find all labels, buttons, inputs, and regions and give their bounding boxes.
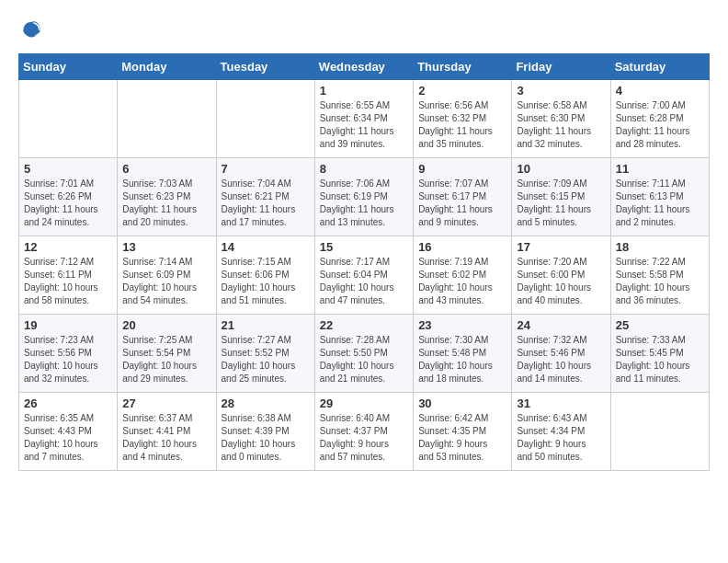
page-header (18, 18, 710, 44)
calendar-day-cell: 11Sunrise: 7:11 AMSunset: 6:13 PMDayligh… (610, 158, 709, 236)
calendar-day-cell: 13Sunrise: 7:14 AMSunset: 6:09 PMDayligh… (118, 236, 216, 315)
calendar-day-cell: 1Sunrise: 6:55 AMSunset: 6:34 PMDaylight… (314, 80, 413, 158)
day-number: 14 (222, 240, 310, 254)
day-info: Sunrise: 7:03 AMSunset: 6:23 PMDaylight:… (122, 178, 210, 229)
day-number: 24 (517, 318, 605, 332)
day-info: Sunrise: 7:28 AMSunset: 5:50 PMDaylight:… (320, 334, 408, 385)
calendar-table: SundayMondayTuesdayWednesdayThursdayFrid… (18, 53, 710, 471)
day-number: 16 (418, 240, 506, 254)
calendar-header-row: SundayMondayTuesdayWednesdayThursdayFrid… (19, 54, 710, 80)
calendar-day-cell: 31Sunrise: 6:43 AMSunset: 4:34 PMDayligh… (512, 393, 610, 471)
calendar-day-cell: 30Sunrise: 6:42 AMSunset: 4:35 PMDayligh… (414, 393, 512, 471)
calendar-day-cell: 20Sunrise: 7:25 AMSunset: 5:54 PMDayligh… (118, 315, 216, 393)
day-of-week-header: Wednesday (314, 54, 413, 80)
day-number: 25 (616, 318, 704, 332)
day-info: Sunrise: 6:56 AMSunset: 6:32 PMDaylight:… (418, 99, 506, 151)
day-number: 15 (320, 240, 408, 254)
calendar-day-cell (118, 80, 216, 158)
day-number: 20 (122, 318, 210, 332)
day-number: 23 (418, 318, 506, 332)
day-info: Sunrise: 7:25 AMSunset: 5:54 PMDaylight:… (122, 334, 210, 385)
day-number: 26 (24, 396, 112, 410)
calendar-day-cell: 19Sunrise: 7:23 AMSunset: 5:56 PMDayligh… (19, 315, 118, 393)
day-info: Sunrise: 6:58 AMSunset: 6:30 PMDaylight:… (517, 99, 605, 151)
calendar-week-row: 5Sunrise: 7:01 AMSunset: 6:26 PMDaylight… (19, 158, 710, 236)
day-number: 1 (320, 84, 408, 98)
day-info: Sunrise: 6:42 AMSunset: 4:35 PMDaylight:… (418, 412, 506, 464)
day-info: Sunrise: 6:35 AMSunset: 4:43 PMDaylight:… (24, 412, 112, 464)
day-number: 29 (320, 396, 408, 410)
day-info: Sunrise: 7:06 AMSunset: 6:19 PMDaylight:… (320, 178, 408, 229)
calendar-day-cell (610, 393, 709, 471)
calendar-day-cell: 14Sunrise: 7:15 AMSunset: 6:06 PMDayligh… (216, 236, 314, 315)
day-info: Sunrise: 7:27 AMSunset: 5:52 PMDaylight:… (222, 334, 310, 385)
calendar-week-row: 1Sunrise: 6:55 AMSunset: 6:34 PMDaylight… (19, 80, 710, 158)
day-number: 6 (122, 162, 210, 176)
day-number: 5 (24, 162, 112, 176)
day-number: 2 (418, 84, 506, 98)
calendar-day-cell: 7Sunrise: 7:04 AMSunset: 6:21 PMDaylight… (216, 158, 314, 236)
day-info: Sunrise: 7:20 AMSunset: 6:00 PMDaylight:… (517, 256, 605, 307)
day-info: Sunrise: 7:14 AMSunset: 6:09 PMDaylight:… (122, 256, 210, 307)
logo (18, 18, 42, 44)
day-info: Sunrise: 7:11 AMSunset: 6:13 PMDaylight:… (616, 178, 704, 229)
calendar-day-cell: 28Sunrise: 6:38 AMSunset: 4:39 PMDayligh… (216, 393, 314, 471)
day-of-week-header: Monday (118, 54, 216, 80)
day-info: Sunrise: 7:09 AMSunset: 6:15 PMDaylight:… (517, 178, 605, 229)
day-info: Sunrise: 7:30 AMSunset: 5:48 PMDaylight:… (418, 334, 506, 385)
day-info: Sunrise: 7:01 AMSunset: 6:26 PMDaylight:… (24, 178, 112, 229)
logo-icon (20, 18, 42, 40)
day-number: 3 (517, 84, 605, 98)
day-info: Sunrise: 7:17 AMSunset: 6:04 PMDaylight:… (320, 256, 408, 307)
calendar-day-cell: 16Sunrise: 7:19 AMSunset: 6:02 PMDayligh… (414, 236, 512, 315)
day-number: 30 (418, 396, 506, 410)
day-number: 18 (616, 240, 704, 254)
calendar-day-cell: 29Sunrise: 6:40 AMSunset: 4:37 PMDayligh… (314, 393, 413, 471)
day-number: 4 (616, 84, 704, 98)
day-of-week-header: Friday (512, 54, 610, 80)
calendar-day-cell: 4Sunrise: 7:00 AMSunset: 6:28 PMDaylight… (610, 80, 709, 158)
calendar-day-cell: 17Sunrise: 7:20 AMSunset: 6:00 PMDayligh… (512, 236, 610, 315)
day-info: Sunrise: 7:04 AMSunset: 6:21 PMDaylight:… (222, 178, 310, 229)
day-info: Sunrise: 7:19 AMSunset: 6:02 PMDaylight:… (418, 256, 506, 307)
calendar-day-cell: 22Sunrise: 7:28 AMSunset: 5:50 PMDayligh… (314, 315, 413, 393)
day-number: 31 (517, 396, 605, 410)
calendar-day-cell: 12Sunrise: 7:12 AMSunset: 6:11 PMDayligh… (19, 236, 118, 315)
calendar-day-cell: 26Sunrise: 6:35 AMSunset: 4:43 PMDayligh… (19, 393, 118, 471)
calendar-day-cell (216, 80, 314, 158)
day-number: 17 (517, 240, 605, 254)
calendar-day-cell: 18Sunrise: 7:22 AMSunset: 5:58 PMDayligh… (610, 236, 709, 315)
calendar-day-cell: 10Sunrise: 7:09 AMSunset: 6:15 PMDayligh… (512, 158, 610, 236)
calendar-day-cell: 9Sunrise: 7:07 AMSunset: 6:17 PMDaylight… (414, 158, 512, 236)
day-info: Sunrise: 6:55 AMSunset: 6:34 PMDaylight:… (320, 99, 408, 151)
day-info: Sunrise: 6:43 AMSunset: 4:34 PMDaylight:… (517, 412, 605, 464)
day-info: Sunrise: 7:15 AMSunset: 6:06 PMDaylight:… (222, 256, 310, 307)
day-of-week-header: Thursday (414, 54, 512, 80)
calendar-day-cell: 24Sunrise: 7:32 AMSunset: 5:46 PMDayligh… (512, 315, 610, 393)
day-number: 27 (122, 396, 210, 410)
calendar-day-cell: 23Sunrise: 7:30 AMSunset: 5:48 PMDayligh… (414, 315, 512, 393)
day-number: 7 (222, 162, 310, 176)
day-number: 19 (24, 318, 112, 332)
day-info: Sunrise: 6:37 AMSunset: 4:41 PMDaylight:… (122, 412, 210, 464)
day-number: 13 (122, 240, 210, 254)
calendar-day-cell: 27Sunrise: 6:37 AMSunset: 4:41 PMDayligh… (118, 393, 216, 471)
day-info: Sunrise: 7:07 AMSunset: 6:17 PMDaylight:… (418, 178, 506, 229)
day-of-week-header: Tuesday (216, 54, 314, 80)
day-info: Sunrise: 7:12 AMSunset: 6:11 PMDaylight:… (24, 256, 112, 307)
calendar-day-cell: 6Sunrise: 7:03 AMSunset: 6:23 PMDaylight… (118, 158, 216, 236)
calendar-day-cell: 15Sunrise: 7:17 AMSunset: 6:04 PMDayligh… (314, 236, 413, 315)
day-of-week-header: Saturday (610, 54, 709, 80)
calendar-day-cell (19, 80, 118, 158)
calendar-day-cell: 3Sunrise: 6:58 AMSunset: 6:30 PMDaylight… (512, 80, 610, 158)
day-info: Sunrise: 7:23 AMSunset: 5:56 PMDaylight:… (24, 334, 112, 385)
calendar-week-row: 12Sunrise: 7:12 AMSunset: 6:11 PMDayligh… (19, 236, 710, 315)
day-number: 22 (320, 318, 408, 332)
day-info: Sunrise: 7:00 AMSunset: 6:28 PMDaylight:… (616, 99, 704, 151)
day-number: 10 (517, 162, 605, 176)
day-number: 9 (418, 162, 506, 176)
day-info: Sunrise: 7:32 AMSunset: 5:46 PMDaylight:… (517, 334, 605, 385)
day-info: Sunrise: 7:22 AMSunset: 5:58 PMDaylight:… (616, 256, 704, 307)
day-of-week-header: Sunday (19, 54, 118, 80)
day-number: 8 (320, 162, 408, 176)
